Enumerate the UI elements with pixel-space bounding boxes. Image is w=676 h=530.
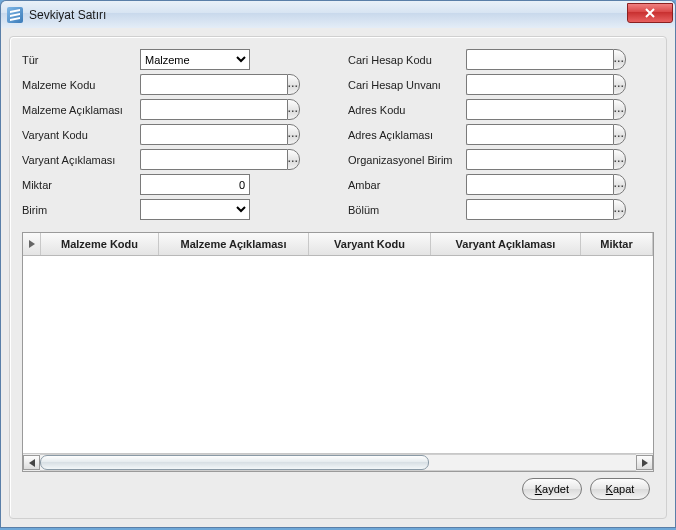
cari-hesap-kodu-lookup-button[interactable]: ... <box>613 49 626 70</box>
malzeme-aciklamasi-label: Malzeme Açıklaması <box>22 104 140 116</box>
ambar-label: Ambar <box>348 179 466 191</box>
organizasyonel-birim-label: Organizasyonel Birim <box>348 154 466 166</box>
scroll-left-button[interactable] <box>23 455 40 470</box>
chevron-left-icon <box>29 459 35 467</box>
form-area: Tür Malzeme Malzeme Kodu <box>22 47 654 222</box>
ellipsis-icon: ... <box>614 55 625 64</box>
col-varyant-kodu[interactable]: Varyant Kodu <box>309 233 431 255</box>
adres-aciklamasi-lookup-button[interactable]: ... <box>613 124 626 145</box>
chevron-right-icon <box>29 240 35 248</box>
ellipsis-icon: ... <box>288 80 299 89</box>
col-malzeme-aciklamasi[interactable]: Malzeme Açıklaması <box>159 233 309 255</box>
form-right-column: Cari Hesap Kodu ... Cari Hesap Unvanı <box>348 47 654 222</box>
cari-hesap-kodu-input[interactable] <box>466 49 613 70</box>
scroll-right-button[interactable] <box>636 455 653 470</box>
titlebar[interactable]: Sevkiyat Satırı <box>0 0 676 28</box>
dialog-footer: Kaydet Kapat <box>22 472 654 506</box>
app-icon <box>7 7 23 23</box>
client-area: Tür Malzeme Malzeme Kodu <box>0 28 676 528</box>
adres-kodu-label: Adres Kodu <box>348 104 466 116</box>
varyant-kodu-input[interactable] <box>140 124 287 145</box>
col-malzeme-kodu[interactable]: Malzeme Kodu <box>41 233 159 255</box>
varyant-aciklamasi-lookup-button[interactable]: ... <box>287 149 300 170</box>
adres-aciklamasi-label: Adres Açıklaması <box>348 129 466 141</box>
ambar-lookup-button[interactable]: ... <box>613 174 626 195</box>
ellipsis-icon: ... <box>288 130 299 139</box>
organizasyonel-birim-input[interactable] <box>466 149 613 170</box>
bolum-lookup-button[interactable]: ... <box>613 199 626 220</box>
adres-kodu-lookup-button[interactable]: ... <box>613 99 626 120</box>
varyant-kodu-lookup-button[interactable]: ... <box>287 124 300 145</box>
cari-hesap-kodu-label: Cari Hesap Kodu <box>348 54 466 66</box>
organizasyonel-birim-lookup-button[interactable]: ... <box>613 149 626 170</box>
birim-label: Birim <box>22 204 140 216</box>
varyant-aciklamasi-label: Varyant Açıklaması <box>22 154 140 166</box>
bolum-input[interactable] <box>466 199 613 220</box>
cari-hesap-unvani-lookup-button[interactable]: ... <box>613 74 626 95</box>
close-button[interactable] <box>627 3 673 23</box>
kapat-button[interactable]: Kapat <box>590 478 650 500</box>
ellipsis-icon: ... <box>614 130 625 139</box>
ellipsis-icon: ... <box>288 155 299 164</box>
cari-hesap-unvani-input[interactable] <box>466 74 613 95</box>
dialog-window: Sevkiyat Satırı Tür Malzeme <box>0 0 676 530</box>
ellipsis-icon: ... <box>614 80 625 89</box>
ellipsis-icon: ... <box>614 205 625 214</box>
tur-label: Tür <box>22 54 140 66</box>
ellipsis-icon: ... <box>614 105 625 114</box>
ellipsis-icon: ... <box>614 155 625 164</box>
bolum-label: Bölüm <box>348 204 466 216</box>
close-icon <box>644 7 656 19</box>
ellipsis-icon: ... <box>614 180 625 189</box>
detail-grid[interactable]: Malzeme Kodu Malzeme Açıklaması Varyant … <box>22 232 654 472</box>
malzeme-kodu-lookup-button[interactable]: ... <box>287 74 300 95</box>
malzeme-kodu-label: Malzeme Kodu <box>22 79 140 91</box>
miktar-input[interactable] <box>140 174 250 195</box>
cari-hesap-unvani-label: Cari Hesap Unvanı <box>348 79 466 91</box>
adres-aciklamasi-input[interactable] <box>466 124 613 145</box>
ellipsis-icon: ... <box>288 105 299 114</box>
varyant-aciklamasi-input[interactable] <box>140 149 287 170</box>
grid-body[interactable] <box>23 256 653 453</box>
tur-select[interactable]: Malzeme <box>140 49 250 70</box>
birim-select[interactable] <box>140 199 250 220</box>
content-panel: Tür Malzeme Malzeme Kodu <box>9 36 667 519</box>
scroll-track[interactable] <box>40 454 636 471</box>
window-title: Sevkiyat Satırı <box>29 8 627 22</box>
malzeme-aciklamasi-lookup-button[interactable]: ... <box>287 99 300 120</box>
grid-row-selector-header[interactable] <box>23 233 41 255</box>
col-miktar[interactable]: Miktar <box>581 233 653 255</box>
grid-horizontal-scrollbar[interactable] <box>23 453 653 471</box>
adres-kodu-input[interactable] <box>466 99 613 120</box>
ambar-input[interactable] <box>466 174 613 195</box>
grid-header: Malzeme Kodu Malzeme Açıklaması Varyant … <box>23 233 653 256</box>
miktar-label: Miktar <box>22 179 140 191</box>
malzeme-aciklamasi-input[interactable] <box>140 99 287 120</box>
malzeme-kodu-input[interactable] <box>140 74 287 95</box>
form-left-column: Tür Malzeme Malzeme Kodu <box>22 47 328 222</box>
chevron-right-icon <box>642 459 648 467</box>
varyant-kodu-label: Varyant Kodu <box>22 129 140 141</box>
col-varyant-aciklamasi[interactable]: Varyant Açıklaması <box>431 233 581 255</box>
scroll-thumb[interactable] <box>40 455 429 470</box>
kaydet-button[interactable]: Kaydet <box>522 478 582 500</box>
